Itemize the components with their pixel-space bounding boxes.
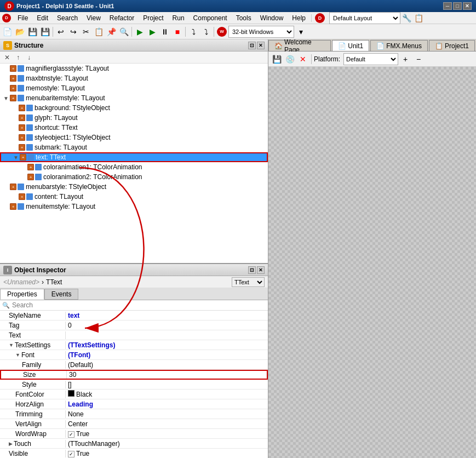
run2-button[interactable]: ▶ <box>146 26 158 38</box>
expand-icon[interactable] <box>2 203 10 210</box>
layout-dropdown[interactable]: Default Layout <box>329 12 400 24</box>
design-save-btn[interactable]: 💾 <box>271 53 283 65</box>
undo-button[interactable]: ↩ <box>55 26 67 38</box>
prop-row[interactable]: Text <box>0 330 268 340</box>
prop-expand-icon[interactable]: ▶ <box>9 441 13 446</box>
remove-platform-btn[interactable]: − <box>412 53 425 65</box>
add-platform-btn[interactable]: + <box>399 53 411 65</box>
step-button[interactable]: ⤵ <box>187 26 199 38</box>
tree-item[interactable]: +coloranimation1: TColorAnimation <box>0 162 268 172</box>
expand-icon[interactable] <box>11 104 19 112</box>
menu-window[interactable]: Window <box>256 13 288 23</box>
expand-icon[interactable] <box>11 193 19 201</box>
tree-item[interactable]: +styleobject1: TStyleObject <box>0 133 268 142</box>
platform-select[interactable]: Default <box>343 53 398 65</box>
tab-unit1[interactable]: 📄 Unit1 <box>332 40 369 51</box>
prop-value[interactable]: Center <box>66 420 268 428</box>
expand-icon[interactable]: ▼ <box>12 153 20 161</box>
menu-edit[interactable]: Edit <box>32 13 53 23</box>
inspector-breadcrumb-dropdown[interactable]: TText <box>232 277 265 287</box>
design-disk-btn[interactable]: 💿 <box>284 53 296 65</box>
run-button[interactable]: ▶ <box>134 26 146 38</box>
tree-item[interactable]: +magnifierglassstyle: TLayout <box>0 64 268 73</box>
prop-row[interactable]: Size30 <box>0 370 268 380</box>
menu-component[interactable]: Component <box>189 13 232 23</box>
design-stop-btn[interactable]: ✕ <box>297 53 309 65</box>
prop-value[interactable]: 30 <box>67 371 267 379</box>
tree-item[interactable]: +shortcut: TText <box>0 123 268 133</box>
prop-value[interactable]: (TFont) <box>66 351 268 359</box>
more-button[interactable]: ▾ <box>295 26 307 38</box>
prop-row[interactable]: HorzAlignLeading <box>0 399 268 409</box>
cut-button[interactable]: ✂ <box>80 26 92 38</box>
new-button[interactable]: 📄 <box>1 26 13 38</box>
struct-btn-1[interactable]: ✕ <box>2 53 12 62</box>
prop-value[interactable]: Black <box>66 390 268 398</box>
prop-row[interactable]: ▶Touch(TTouchManager) <box>0 439 268 449</box>
tree-item[interactable]: +background: TStyleObject <box>0 103 268 113</box>
menu-refactor[interactable]: Refactor <box>105 13 139 23</box>
struct-btn-down[interactable]: ↓ <box>24 53 34 62</box>
stop-button[interactable]: ■ <box>171 26 183 38</box>
copy-button[interactable]: 📋 <box>93 26 105 38</box>
menu-tools[interactable]: Tools <box>232 13 256 23</box>
pause-button[interactable]: ⏸ <box>159 26 171 38</box>
tree-item[interactable]: +glyph: TLayout <box>0 113 268 123</box>
prop-row[interactable]: Style[] <box>0 380 268 390</box>
prop-value[interactable]: None <box>66 410 268 418</box>
paste-button[interactable]: 📌 <box>105 26 117 38</box>
minimize-button[interactable]: ─ <box>443 2 452 10</box>
menu-run[interactable]: Run <box>168 13 189 23</box>
structure-close-button[interactable]: ✕ <box>257 42 265 49</box>
prop-value[interactable]: ✓True <box>66 450 268 457</box>
prop-row[interactable]: Tag0 <box>0 320 268 330</box>
expand-icon[interactable] <box>11 124 19 131</box>
tree-item[interactable]: ▼+text: TText <box>0 152 268 162</box>
expand-icon[interactable] <box>2 84 10 92</box>
expand-icon[interactable] <box>2 65 10 72</box>
prop-row[interactable]: TrimmingNone <box>0 409 268 419</box>
tree-item[interactable]: +memostyle: TLayout <box>0 83 268 93</box>
structure-float-button[interactable]: ⊡ <box>248 42 256 49</box>
prop-value[interactable]: Leading <box>66 400 268 408</box>
expand-icon[interactable] <box>11 114 19 122</box>
prop-value[interactable]: ✓True <box>66 430 268 438</box>
inspector-close-button[interactable]: ✕ <box>257 266 265 274</box>
prop-value[interactable]: (TTextSettings) <box>66 341 268 349</box>
menu-project[interactable]: Project <box>139 13 168 23</box>
menu-view[interactable]: View <box>82 13 105 23</box>
prop-row[interactable]: Visible✓True <box>0 449 268 458</box>
save-button[interactable]: 💾 <box>26 26 38 38</box>
inspector-float-button[interactable]: ⊡ <box>248 266 256 274</box>
expand-icon[interactable]: ▼ <box>2 94 10 102</box>
maximize-button[interactable]: □ <box>453 2 462 10</box>
tree-item[interactable]: +submark: TLayout <box>0 142 268 152</box>
menu-help[interactable]: Help <box>288 13 310 23</box>
expand-icon[interactable] <box>11 144 19 151</box>
tree-item[interactable]: +maxbtnstyle: TLayout <box>0 73 268 83</box>
toolbar-btn-2[interactable]: 📋 <box>412 12 425 24</box>
prop-value[interactable]: (Default) <box>66 361 268 369</box>
expand-icon[interactable] <box>2 183 10 191</box>
menu-file[interactable]: File <box>13 13 32 23</box>
save-all-button[interactable]: 💾 <box>39 26 51 38</box>
prop-checkbox[interactable]: ✓ <box>68 451 74 457</box>
prop-row[interactable]: StyleNametext <box>0 311 268 320</box>
tree-item[interactable]: +coloranimation2: TColorAnimation <box>0 172 268 182</box>
close-button[interactable]: ✕ <box>463 2 472 10</box>
tab-welcome[interactable]: 🏠 Welcome Page <box>268 40 331 51</box>
prop-row[interactable]: Family(Default) <box>0 360 268 370</box>
search-input[interactable] <box>12 301 266 309</box>
prop-row[interactable]: WordWrap✓True <box>0 429 268 439</box>
struct-btn-up[interactable]: ↑ <box>13 53 23 62</box>
prop-value[interactable]: text <box>66 312 268 319</box>
open-button[interactable]: 📂 <box>14 26 26 38</box>
prop-expand-icon[interactable]: ▼ <box>9 342 14 348</box>
prop-checkbox[interactable]: ✓ <box>68 431 74 438</box>
expand-icon[interactable] <box>20 163 27 171</box>
prop-row[interactable]: FontColorBlack <box>0 390 268 399</box>
tree-item[interactable]: +menuitemstyle: TLayout <box>0 202 268 211</box>
prop-row[interactable]: VertAlignCenter <box>0 419 268 429</box>
toolbar-btn-1[interactable]: 🔧 <box>400 12 412 24</box>
structure-tree[interactable]: +magnifierglassstyle: TLayout+maxbtnstyl… <box>0 64 268 263</box>
